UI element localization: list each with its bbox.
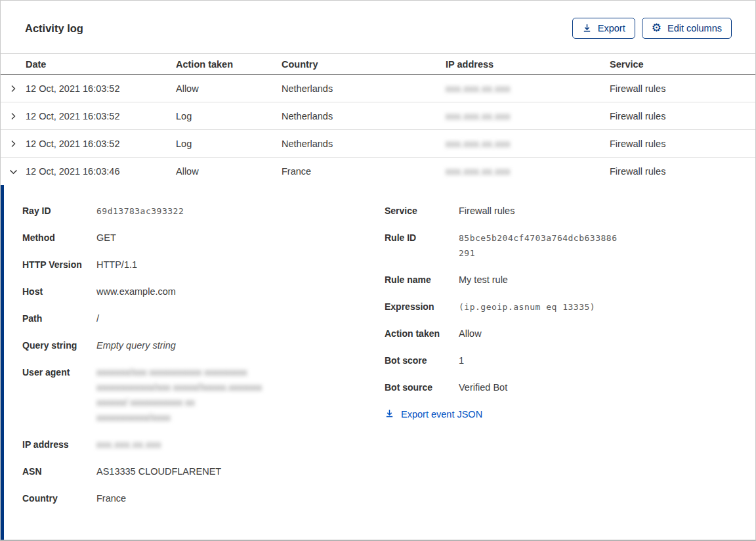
- cell-country: Netherlands: [282, 111, 446, 121]
- detail-field-rule-name: Rule name My test rule: [385, 272, 755, 288]
- path-value: /: [96, 311, 99, 326]
- detail-field-http-version: HTTP Version HTTP/1.1: [22, 257, 358, 272]
- cell-service: Firewall rules: [610, 139, 755, 149]
- host-value: www.example.com: [96, 284, 176, 299]
- bot-score-value: 1: [459, 353, 464, 368]
- cell-date: 12 Oct, 2021 16:03:52: [26, 111, 176, 121]
- detail-field-query-string: Query string Empty query string: [22, 338, 358, 353]
- page-title: Activity log: [25, 22, 83, 35]
- cell-ip-address: xxx.xxx.xx.xxx: [446, 139, 610, 149]
- table-row-expanded[interactable]: 12 Oct, 2021 16:03:46 Allow France xxx.x…: [1, 158, 755, 185]
- country-value: France: [96, 491, 126, 506]
- topbar: Activity log Export ⚙ Edit columns: [1, 1, 755, 53]
- rule-name-value: My test rule: [459, 272, 508, 288]
- detail-field-host: Host www.example.com: [22, 284, 358, 299]
- cell-ip-address: xxx.xxx.xx.xxx: [446, 83, 610, 94]
- export-button-label: Export: [598, 23, 625, 33]
- redacted-ip: xxx.xxx.xx.xxx: [446, 139, 511, 149]
- redacted-ip: xxx.xxx.xx.xxx: [446, 83, 511, 94]
- query-string-value: Empty query string: [96, 338, 176, 353]
- detail-field-user-agent: User agent xxxxxxx/xxx xxxxxxxxxxx xxxxx…: [22, 365, 358, 425]
- gear-icon: ⚙: [652, 22, 662, 33]
- cell-action-taken: Allow: [176, 166, 282, 177]
- column-header-service: Service: [610, 59, 755, 70]
- ray-id-value: 69d13783ac393322: [96, 204, 184, 219]
- cell-country: Netherlands: [282, 139, 446, 149]
- service-value: Firewall rules: [459, 204, 514, 219]
- cell-date: 12 Oct, 2021 16:03:52: [26, 83, 176, 94]
- column-header-ip-address: IP address: [446, 59, 610, 70]
- ip-address-redacted-value: xxx.xxx.xx.xxx: [96, 439, 161, 450]
- cell-date: 12 Oct, 2021 16:03:52: [26, 139, 176, 149]
- action-taken-value: Allow: [459, 326, 482, 341]
- table-row[interactable]: 12 Oct, 2021 16:03:52 Log Netherlands xx…: [1, 102, 755, 130]
- detail-field-service: Service Firewall rules: [385, 204, 755, 219]
- activity-log-panel: Activity log Export ⚙ Edit columns Date …: [0, 0, 756, 541]
- cell-country: France: [282, 166, 446, 177]
- export-event-json-label: Export event JSON: [401, 409, 482, 420]
- chevron-right-icon[interactable]: [1, 112, 26, 121]
- edit-columns-button[interactable]: ⚙ Edit columns: [642, 18, 732, 39]
- detail-field-ray-id: Ray ID 69d13783ac393322: [22, 204, 358, 219]
- rule-id-value: 85bce5b204cf4703a764dcb633886291: [459, 230, 618, 261]
- detail-field-ip-address: IP address xxx.xxx.xx.xxx: [22, 437, 358, 452]
- download-icon: [385, 408, 394, 420]
- cell-service: Firewall rules: [610, 111, 755, 121]
- detail-field-method: Method GET: [22, 230, 358, 246]
- redacted-ip: xxx.xxx.xx.xxx: [446, 166, 511, 177]
- edit-columns-button-label: Edit columns: [667, 23, 722, 33]
- chevron-right-icon[interactable]: [1, 84, 26, 93]
- cell-action-taken: Log: [176, 139, 282, 149]
- cell-action-taken: Log: [176, 111, 282, 121]
- user-agent-redacted-value: xxxxxxx/xxx xxxxxxxxxxx xxxxxxxxx xxxxxx…: [96, 365, 262, 425]
- export-button[interactable]: Export: [572, 18, 635, 39]
- detail-field-expression: Expression (ip.geoip.asnum eq 13335): [385, 299, 755, 314]
- detail-left-column: Ray ID 69d13783ac393322 Method GET HTTP …: [22, 204, 358, 518]
- chevron-right-icon[interactable]: [1, 139, 26, 148]
- redacted-ip: xxx.xxx.xx.xxx: [446, 111, 511, 121]
- export-event-json-link[interactable]: Export event JSON: [385, 408, 482, 420]
- expression-value: (ip.geoip.asnum eq 13335): [459, 299, 595, 314]
- detail-field-bot-score: Bot score 1: [385, 353, 755, 368]
- cell-service: Firewall rules: [610, 83, 755, 94]
- http-version-value: HTTP/1.1: [96, 257, 137, 272]
- column-header-country: Country: [282, 59, 446, 70]
- cell-action-taken: Allow: [176, 83, 282, 94]
- column-header-date: Date: [26, 59, 176, 70]
- toolbar-actions: Export ⚙ Edit columns: [572, 18, 732, 39]
- detail-field-action-taken: Action taken Allow: [385, 326, 755, 341]
- download-icon: [582, 23, 592, 33]
- table-row[interactable]: 12 Oct, 2021 16:03:52 Log Netherlands xx…: [1, 130, 755, 158]
- cell-ip-address: xxx.xxx.xx.xxx: [446, 111, 610, 121]
- detail-field-path: Path /: [22, 311, 358, 326]
- column-header-action-taken: Action taken: [176, 59, 282, 70]
- cell-service: Firewall rules: [610, 166, 755, 177]
- asn-value: AS13335 CLOUDFLARENET: [96, 464, 221, 479]
- table-header: Date Action taken Country IP address Ser…: [1, 53, 755, 75]
- event-detail-panel: Ray ID 69d13783ac393322 Method GET HTTP …: [1, 185, 755, 540]
- chevron-down-icon[interactable]: [1, 167, 26, 177]
- method-value: GET: [96, 230, 116, 246]
- detail-field-bot-source: Bot source Verified Bot: [385, 380, 755, 395]
- cell-ip-address: xxx.xxx.xx.xxx: [446, 166, 610, 177]
- cell-country: Netherlands: [282, 83, 446, 94]
- detail-right-column: Service Firewall rules Rule ID 85bce5b20…: [358, 204, 755, 420]
- bot-source-value: Verified Bot: [459, 380, 507, 395]
- detail-field-country: Country France: [22, 491, 358, 506]
- cell-date: 12 Oct, 2021 16:03:46: [26, 166, 176, 177]
- table-row[interactable]: 12 Oct, 2021 16:03:52 Allow Netherlands …: [1, 75, 755, 102]
- detail-field-asn: ASN AS13335 CLOUDFLARENET: [22, 464, 358, 479]
- detail-field-rule-id: Rule ID 85bce5b204cf4703a764dcb633886291: [385, 230, 755, 261]
